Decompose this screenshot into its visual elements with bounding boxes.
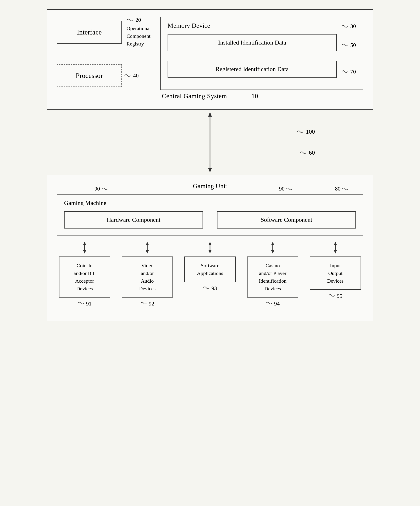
registered-id-box: Registered Identification Data xyxy=(168,61,337,78)
ref-90-left-section: 90 xyxy=(94,186,108,192)
squiggle-91-icon xyxy=(78,301,85,306)
bidirectional-arrow-icon xyxy=(203,110,217,175)
svg-marker-15 xyxy=(334,242,337,245)
sub-box-2: SoftwareApplications xyxy=(184,257,236,282)
svg-marker-17 xyxy=(334,250,337,253)
ref-92-label: 92 xyxy=(149,300,154,307)
gaming-unit-box: Gaming Unit 90 90 80 xyxy=(47,175,373,321)
ref-91-label: 91 xyxy=(86,300,92,307)
squiggle-95-icon xyxy=(328,293,335,298)
ref-90-left-label: 90 xyxy=(94,186,100,192)
squiggle-93-icon xyxy=(203,286,210,290)
cgs-label: Central Gaming System 10 xyxy=(57,92,363,100)
ref-95-label: 95 xyxy=(337,293,342,299)
ref-93-label: 93 xyxy=(211,285,217,292)
svg-marker-11 xyxy=(208,250,212,253)
ref-100-label: 100 xyxy=(306,128,315,135)
svg-marker-5 xyxy=(83,250,86,253)
memory-device-label: Memory Device xyxy=(168,22,210,29)
ocr-label: OperationalComponentRegistry xyxy=(127,25,151,47)
installed-id-box: Installed Identification Data xyxy=(168,34,337,51)
bottom-item-0: Coin-Inand/or BillAcceptorDevices 91 xyxy=(59,241,110,307)
gaming-machine-label: Gaming Machine xyxy=(64,200,356,206)
squiggle-30-icon xyxy=(341,24,348,29)
ref-100-section: 100 xyxy=(297,128,315,135)
squiggle-100-icon xyxy=(297,129,304,134)
squiggle-92-icon xyxy=(140,301,147,306)
interface-box: Interface xyxy=(57,21,122,44)
squiggle-70-icon xyxy=(341,69,348,74)
ref-90-right-label: 90 xyxy=(279,186,285,192)
gm-components: Hardware Component Software Component xyxy=(64,211,356,228)
svg-marker-8 xyxy=(146,250,149,253)
squiggle-40-icon xyxy=(124,73,131,78)
cgs-left: Interface 20 OperationalComponentRegistr… xyxy=(57,17,151,90)
double-arrow-4-icon xyxy=(332,241,339,255)
processor-box: Processor xyxy=(57,64,122,87)
double-arrow-2-icon xyxy=(206,241,214,255)
ref-60-section: 60 xyxy=(300,149,315,156)
cgs-inner: Interface 20 OperationalComponentRegistr… xyxy=(57,17,363,90)
bottom-item-3: Casinoand/or PlayerIdentificationDevices… xyxy=(247,241,298,307)
gaming-machine-box: 90 90 80 Gaming Machine xyxy=(57,194,363,236)
svg-marker-6 xyxy=(146,242,149,245)
double-arrow-1-icon xyxy=(144,241,151,255)
double-arrow-0-icon xyxy=(81,241,88,255)
hardware-component-box: Hardware Component xyxy=(64,211,203,228)
bottom-item-4: InputOutputDevices 95 xyxy=(310,241,361,307)
memory-device-box: Memory Device 30 Installed Identificatio… xyxy=(160,17,363,90)
ref-94-label: 94 xyxy=(274,300,280,307)
squiggle-90-left-icon xyxy=(101,186,108,191)
ref-50-label: 50 xyxy=(350,42,356,48)
double-arrow-3-icon xyxy=(269,241,276,255)
ref-90-right-section: 90 xyxy=(279,186,293,192)
ref-60-label: 60 xyxy=(309,149,315,156)
ref-80-label: 80 xyxy=(335,186,341,192)
cgs-ref: 10 xyxy=(251,92,258,100)
svg-marker-14 xyxy=(271,250,274,253)
squiggle-90-right-icon xyxy=(286,186,293,191)
svg-marker-0 xyxy=(208,112,212,117)
bottom-item-2: SoftwareApplications 93 xyxy=(184,241,236,307)
squiggle-60-icon xyxy=(300,150,307,155)
squiggle-80-icon xyxy=(342,186,349,191)
bottom-item-1: Videoand/orAudioDevices 92 xyxy=(122,241,173,307)
central-gaming-system-box: Interface 20 OperationalComponentRegistr… xyxy=(47,9,373,110)
squiggle-94-icon xyxy=(266,301,273,306)
ref-80-section: 80 xyxy=(335,186,349,192)
sub-box-3: Casinoand/or PlayerIdentificationDevices xyxy=(247,257,298,298)
software-component-box: Software Component xyxy=(217,211,356,228)
svg-marker-9 xyxy=(208,242,212,245)
svg-marker-12 xyxy=(271,242,274,245)
ref-30-label: 30 xyxy=(350,23,356,29)
ref-20-label: 20 xyxy=(135,17,141,23)
main-arrow-section: 100 60 xyxy=(24,110,396,175)
svg-marker-3 xyxy=(83,242,86,245)
ref-70-label: 70 xyxy=(350,69,356,75)
svg-marker-2 xyxy=(208,168,212,173)
sub-box-1: Videoand/orAudioDevices xyxy=(122,257,173,298)
ref-40-label: 40 xyxy=(133,73,139,79)
sub-box-0: Coin-Inand/or BillAcceptorDevices xyxy=(59,257,110,298)
sub-box-4: InputOutputDevices xyxy=(310,257,361,290)
squiggle-20-icon xyxy=(127,18,134,22)
squiggle-50-icon xyxy=(341,43,348,47)
diagram-container: Interface 20 OperationalComponentRegistr… xyxy=(24,9,396,321)
bottom-devices-row: Coin-Inand/or BillAcceptorDevices 91 Vid… xyxy=(57,241,363,307)
